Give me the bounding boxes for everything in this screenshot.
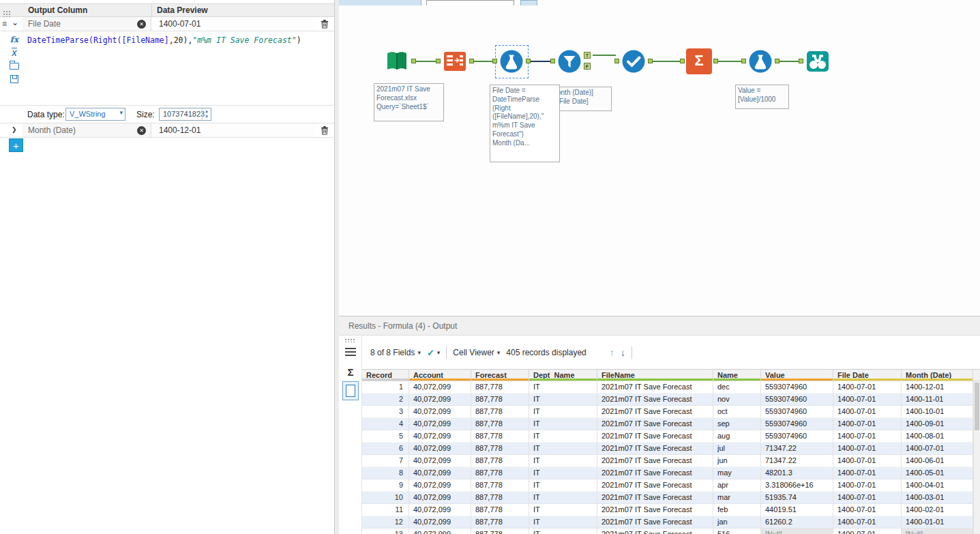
table-cell[interactable]: 3.318066e+16 [761, 479, 833, 492]
table-cell[interactable]: 1400-07-01 [833, 406, 902, 418]
results-header[interactable]: Results - Formula (4) - Output [339, 316, 980, 336]
table-row[interactable]: 1240,072,099887,778IT2021m07 IT Save For… [362, 516, 973, 529]
expression-code[interactable]: DateTimeParse(Right([FileName],20),"m%m … [27, 35, 329, 45]
table-cell[interactable]: mar [713, 492, 761, 504]
table-row[interactable]: 640,072,099887,778IT2021m07 IT Save Fore… [362, 443, 973, 455]
table-cell[interactable]: aug [713, 430, 761, 443]
table-row[interactable]: 340,072,099887,778IT2021m07 IT Save Fore… [362, 406, 973, 418]
table-cell[interactable]: 2021m07 IT Save Forecast [597, 467, 713, 479]
table-cell[interactable]: 887,778 [471, 418, 529, 430]
table-cell[interactable]: 887,778 [471, 467, 529, 479]
table-cell[interactable]: 2021m07 IT Save Forecast [597, 381, 713, 394]
table-cell[interactable]: jul [713, 443, 761, 455]
table-cell[interactable]: jan [713, 516, 761, 529]
workflow-tab-active[interactable] [426, 0, 514, 5]
table-cell[interactable]: 1400-11-01 [902, 394, 973, 406]
workflow-canvas[interactable]: T F Σ [339, 0, 980, 316]
table-cell[interactable]: 2021m07 IT Save Forecast [597, 455, 713, 467]
table-cell[interactable]: 887,778 [471, 455, 529, 467]
table-cell[interactable]: 887,778 [471, 381, 529, 394]
output-anchor[interactable] [648, 59, 653, 63]
scroll-up-button[interactable]: ↑ [610, 347, 614, 358]
functions-button[interactable]: fx [5, 33, 23, 46]
delete-expression-button[interactable] [319, 19, 330, 30]
table-cell[interactable]: 40,072,099 [409, 516, 471, 529]
column-header-dept-name[interactable]: Dept_Name [529, 370, 597, 381]
table-cell[interactable]: 5593074960 [761, 394, 833, 406]
column-header-forecast[interactable]: Forecast [471, 370, 529, 381]
connection-line[interactable] [416, 61, 436, 62]
table-cell[interactable]: 2021m07 IT Save Forecast [597, 418, 713, 430]
table-cell[interactable]: apr [713, 479, 761, 492]
table-cell[interactable]: dec [713, 381, 761, 394]
tool-annotation-input[interactable]: 2021m07 IT Save Forecast.xlsx Query=`She… [374, 83, 444, 121]
workflow-tab[interactable] [520, 0, 537, 5]
table-cell[interactable]: 1400-01-01 [902, 516, 973, 529]
table-cell[interactable]: 51935.74 [761, 492, 833, 504]
table-cell[interactable]: feb [713, 504, 761, 516]
table-cell[interactable]: 9 [362, 479, 409, 492]
table-row[interactable]: 840,072,099887,778IT2021m07 IT Save Fore… [362, 467, 973, 479]
add-column-button[interactable]: + [9, 138, 23, 152]
table-cell[interactable]: IT [529, 504, 597, 516]
table-cell[interactable]: 1400-07-01 [902, 443, 973, 455]
table-cell[interactable]: 1400-07-01 [833, 418, 902, 430]
table-cell[interactable]: 1400-07-01 [833, 443, 902, 455]
table-cell[interactable]: 1400-10-01 [902, 406, 973, 418]
table-cell[interactable]: 1400-06-01 [902, 455, 973, 467]
column-header-name[interactable]: Name [713, 370, 761, 381]
output-anchor[interactable] [469, 59, 474, 63]
table-cell[interactable]: [Null] [761, 529, 833, 534]
table-cell[interactable]: 12 [362, 516, 409, 529]
apply-check-dropdown[interactable]: ✓ ▾ [427, 348, 440, 358]
table-cell[interactable]: 5593074960 [761, 381, 833, 394]
table-cell[interactable]: 5 [362, 430, 409, 443]
table-cell[interactable]: 8 [362, 467, 409, 479]
table-cell[interactable]: IT [529, 394, 597, 406]
variables-button[interactable]: X [5, 46, 23, 59]
table-cell[interactable]: jun [713, 455, 761, 467]
input-anchor[interactable] [492, 59, 497, 63]
output-column-row[interactable]: ≡ ⌄ File Date ✕ 1400-07-01 [0, 17, 334, 31]
clear-column-icon[interactable]: ✕ [137, 126, 146, 135]
vertical-scrollbar[interactable] [973, 381, 980, 534]
table-cell[interactable]: 516 [713, 529, 761, 534]
table-cell[interactable]: 1400-07-01 [833, 467, 902, 479]
data-type-dropdown[interactable]: V_WString ▾ [65, 108, 125, 121]
output-anchor[interactable] [411, 59, 416, 63]
open-expression-button[interactable] [5, 60, 23, 73]
table-row[interactable]: 1340,072,099887,778IT2021m07 IT Save For… [362, 529, 973, 534]
table-cell[interactable]: 40,072,099 [409, 381, 471, 394]
tool-annotation-formula[interactable]: File Date = DateTimeParse (Right ([FileN… [490, 85, 560, 162]
table-cell[interactable]: 887,778 [471, 430, 529, 443]
table-cell[interactable]: 1400-08-01 [902, 430, 973, 443]
false-output-anchor[interactable]: F [584, 63, 591, 70]
clear-column-icon[interactable]: ✕ [137, 20, 146, 29]
select-tool[interactable] [621, 48, 647, 74]
table-cell[interactable]: 6 [362, 443, 409, 455]
table-cell[interactable]: IT [529, 418, 597, 430]
table-cell[interactable]: 2021m07 IT Save Forecast [597, 430, 713, 443]
table-cell[interactable]: 40,072,099 [409, 479, 471, 492]
table-cell[interactable]: IT [529, 430, 597, 443]
metadata-view-button[interactable]: Σ [342, 364, 359, 380]
table-cell[interactable]: IT [529, 406, 597, 418]
table-row[interactable]: 1140,072,099887,778IT2021m07 IT Save For… [362, 504, 973, 516]
table-cell[interactable]: 2021m07 IT Save Forecast [597, 479, 713, 492]
table-cell[interactable]: IT [529, 492, 597, 504]
table-cell[interactable]: 2021m07 IT Save Forecast [597, 529, 713, 534]
input-anchor[interactable] [550, 59, 555, 63]
column-header-file-date[interactable]: File Date [833, 370, 902, 381]
table-cell[interactable]: 2021m07 IT Save Forecast [597, 516, 713, 529]
input-anchor[interactable] [614, 59, 619, 63]
table-cell[interactable]: 887,778 [471, 479, 529, 492]
table-cell[interactable]: 887,778 [471, 504, 529, 516]
table-cell[interactable]: 2021m07 IT Save Forecast [597, 492, 713, 504]
input-anchor[interactable] [741, 59, 746, 63]
column-header-filename[interactable]: FileName [597, 370, 713, 381]
output-anchor[interactable] [526, 59, 531, 63]
table-cell[interactable]: IT [529, 455, 597, 467]
panel-drag-handle[interactable] [3, 10, 12, 17]
spin-down-icon[interactable]: ▾ [203, 114, 211, 119]
table-cell[interactable]: 887,778 [471, 492, 529, 504]
